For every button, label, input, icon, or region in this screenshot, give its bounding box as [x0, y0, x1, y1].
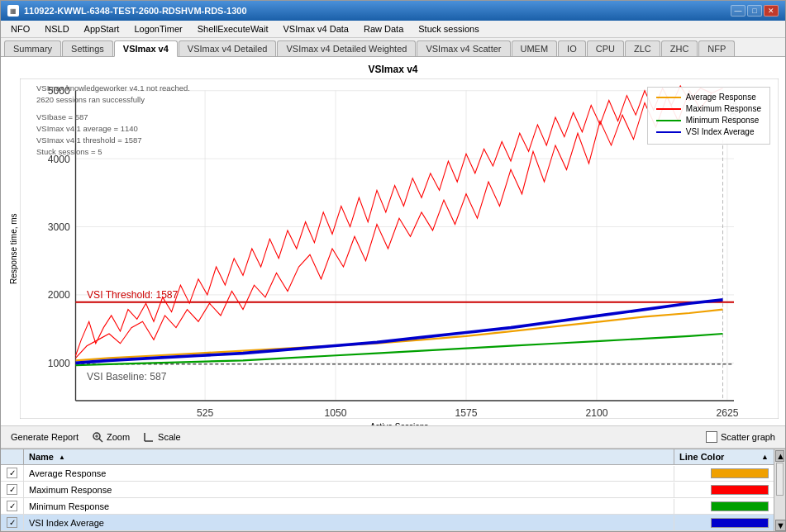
- tab-vsimax-detailed-weighted[interactable]: VSImax v4 Detailed Weighted: [277, 40, 416, 56]
- menu-bar: NFO NSLD AppStart LogonTimer ShellExecut…: [1, 21, 785, 38]
- legend-item-minimum: Minimum Response: [656, 116, 761, 125]
- legend-item-average: Average Response: [656, 93, 761, 102]
- tab-settings[interactable]: Settings: [62, 40, 113, 56]
- row1-color-swatch: [711, 468, 769, 478]
- chart-svg-area: VSImax knowledgeworker v4.1 not reached.…: [20, 78, 779, 419]
- tab-bar: Summary Settings VSImax v4 VSImax v4 Det…: [1, 38, 785, 57]
- svg-text:2100: 2100: [585, 407, 607, 419]
- checkbox-checked[interactable]: ✓: [7, 501, 17, 511]
- row4-name: VSI Index Average: [24, 515, 674, 530]
- legend-line-average: [656, 97, 681, 98]
- row3-color: [674, 499, 774, 514]
- generate-report-button[interactable]: Generate Report: [11, 432, 79, 442]
- svg-text:2625: 2625: [716, 407, 738, 419]
- app-icon: ▦: [7, 5, 19, 17]
- th-name[interactable]: Name ▲: [24, 449, 674, 464]
- legend-label-maximum: Maximum Response: [686, 104, 761, 113]
- row2-color: [674, 482, 774, 497]
- data-table: Name ▲ Line Color ▲ ✓ Average Resp: [1, 449, 785, 531]
- toolbar: Generate Report Zoom Scale Sca: [1, 425, 785, 449]
- scatter-graph-checkbox[interactable]: [706, 431, 717, 443]
- scatter-graph-label: Scatter graph: [721, 432, 775, 442]
- scale-button[interactable]: Scale: [143, 431, 181, 443]
- legend-item-maximum: Maximum Response: [656, 104, 761, 113]
- svg-text:525: 525: [197, 407, 213, 419]
- tab-cpu[interactable]: CPU: [587, 40, 624, 56]
- minimize-button[interactable]: —: [731, 5, 746, 17]
- row2-color-swatch: [711, 485, 769, 495]
- th-color-label: Line Color: [679, 452, 724, 462]
- svg-text:3000: 3000: [48, 221, 70, 233]
- table-with-scroll: Name ▲ Line Color ▲ ✓ Average Resp: [1, 449, 785, 531]
- menu-vsimax-data[interactable]: VSImax v4 Data: [277, 22, 355, 36]
- chart-body: Response time, ms VSImax knowledgeworker…: [7, 78, 779, 419]
- legend-line-vsi: [656, 131, 681, 133]
- menu-logontimer[interactable]: LogonTimer: [127, 22, 188, 36]
- scrollbar-thumb[interactable]: [776, 463, 784, 496]
- menu-appstart[interactable]: AppStart: [78, 22, 126, 36]
- zoom-label: Zoom: [107, 432, 130, 442]
- table-row-selected: ✓ VSI Index Average: [1, 515, 774, 531]
- legend-item-vsi: VSI Index Average: [656, 127, 761, 136]
- table-row: ✓ Minimum Response: [1, 498, 774, 515]
- row2-name: Maximum Response: [24, 482, 674, 497]
- zoom-icon: [92, 431, 103, 443]
- menu-shellexecutewait[interactable]: ShellExecuteWait: [191, 22, 275, 36]
- svg-text:2000: 2000: [48, 289, 70, 302]
- sort-arrow-icon: ▲: [59, 454, 65, 461]
- row2-checkbox[interactable]: ✓: [1, 482, 24, 497]
- th-name-label: Name: [29, 452, 54, 462]
- window-controls: — □ ✕: [731, 5, 779, 17]
- svg-text:VSI Baseline: 587: VSI Baseline: 587: [87, 370, 166, 382]
- tab-zhc[interactable]: ZHC: [661, 40, 698, 56]
- tab-zlc[interactable]: ZLC: [625, 40, 660, 56]
- checkbox-checked[interactable]: ✓: [7, 468, 17, 478]
- table-row: ✓ Average Response: [1, 465, 774, 482]
- scroll-up-icon[interactable]: ▲: [761, 453, 769, 461]
- tab-vsimax-v4[interactable]: VSImax v4: [114, 40, 178, 57]
- tab-umem[interactable]: UMEM: [512, 40, 558, 56]
- th-color: Line Color ▲: [674, 449, 774, 464]
- table-scrollbar[interactable]: ▲ ▼: [774, 449, 785, 531]
- title-bar: ▦ 110922-KWWL-6348-TEST-2600-RDSHVM-RDS-…: [1, 1, 785, 21]
- tab-io[interactable]: IO: [558, 40, 586, 56]
- row3-checkbox[interactable]: ✓: [1, 498, 24, 514]
- annotation-line6: VSImax v4.1 threshold = 1587: [36, 135, 190, 146]
- table-content: Name ▲ Line Color ▲ ✓ Average Resp: [1, 449, 774, 531]
- th-checkbox: [1, 449, 24, 464]
- annotation-line5: VSImax v4.1 average = 1140: [36, 123, 190, 135]
- checkbox-checked[interactable]: ✓: [7, 517, 17, 528]
- row3-name: Minimum Response: [24, 499, 674, 514]
- window-title: 110922-KWWL-6348-TEST-2600-RDSHVM-RDS-13…: [24, 6, 247, 16]
- scale-icon: [143, 431, 155, 443]
- menu-nsld[interactable]: NSLD: [38, 22, 75, 36]
- zoom-button[interactable]: Zoom: [92, 431, 130, 443]
- tab-nfp[interactable]: NFP: [698, 40, 735, 56]
- scrollbar-down-btn[interactable]: ▼: [775, 520, 785, 531]
- tab-vsimax-detailed[interactable]: VSImax v4 Detailed: [179, 40, 277, 56]
- checkbox-checked[interactable]: ✓: [7, 484, 17, 495]
- maximize-button[interactable]: □: [747, 5, 762, 17]
- svg-line-30: [99, 439, 102, 442]
- row1-checkbox[interactable]: ✓: [1, 465, 24, 481]
- annotation-line1: VSImax knowledgeworker v4.1 not reached.: [36, 83, 190, 94]
- row4-checkbox[interactable]: ✓: [1, 515, 24, 530]
- menu-raw-data[interactable]: Raw Data: [357, 22, 410, 36]
- menu-stuck-sessions[interactable]: Stuck sessions: [412, 22, 485, 36]
- legend-label-minimum: Minimum Response: [686, 116, 759, 125]
- legend-line-minimum: [656, 120, 681, 121]
- row3-color-swatch: [711, 501, 769, 511]
- scatter-check-container: Scatter graph: [706, 431, 775, 443]
- row4-color: [674, 515, 774, 530]
- menu-nfo[interactable]: NFO: [4, 22, 36, 36]
- close-button[interactable]: ✕: [764, 5, 779, 17]
- annotation-line4: VSIbase = 587: [36, 112, 190, 123]
- scale-label: Scale: [158, 432, 181, 442]
- table-row: ✓ Maximum Response: [1, 482, 774, 498]
- legend-line-maximum: [656, 108, 681, 110]
- scrollbar-up-btn[interactable]: ▲: [775, 450, 784, 462]
- table-header: Name ▲ Line Color ▲: [1, 449, 774, 465]
- svg-text:1000: 1000: [48, 357, 70, 369]
- tab-summary[interactable]: Summary: [4, 40, 61, 56]
- tab-vsimax-scatter[interactable]: VSImax v4 Scatter: [417, 40, 510, 56]
